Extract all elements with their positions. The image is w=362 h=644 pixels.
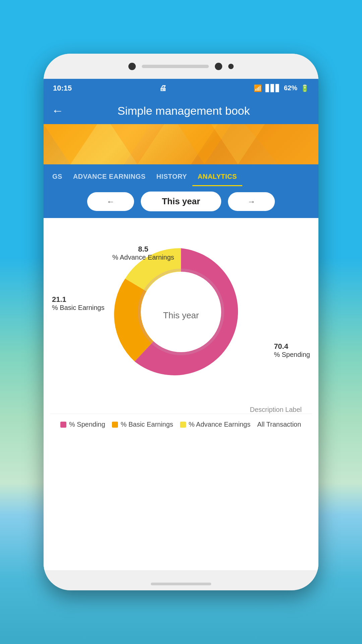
tab-advance-earnings[interactable]: ADVANCE EARNINGS xyxy=(68,168,151,186)
phone-top-bar xyxy=(44,54,318,79)
status-bar: 10:15 🖨 📶 ▋▋▋ 62% 🔋 xyxy=(44,79,318,97)
period-selector: ← This year → xyxy=(44,186,318,218)
tabs-bar: GS ADVANCE EARNINGS HISTORY ANALYTICS xyxy=(44,164,318,186)
next-arrow-icon: → xyxy=(247,197,255,206)
basic-earnings-value: 21.1 xyxy=(52,295,105,304)
print-icon: 🖨 xyxy=(159,84,167,93)
basic-earnings-text: % Basic Earnings xyxy=(52,304,105,312)
legend-spending-label: % Spending xyxy=(69,421,105,428)
page-title: Simple management book xyxy=(70,104,310,117)
banner-decoration xyxy=(44,124,318,164)
current-period-button[interactable]: This year xyxy=(141,192,221,211)
legend-advance-label: % Advance Earnings xyxy=(189,421,251,428)
legend-basic: % Basic Earnings xyxy=(112,421,173,428)
speaker-grille xyxy=(142,65,209,68)
advance-earnings-text: % Advance Earnings xyxy=(112,254,174,261)
prev-arrow-icon: ← xyxy=(107,197,115,206)
legend-all-label: All Transaction xyxy=(257,421,301,428)
tab-history[interactable]: HISTORY xyxy=(151,168,192,186)
donut-center-label: This year xyxy=(163,310,199,321)
legend-spending-dot xyxy=(60,422,66,428)
description-label: Description Label xyxy=(50,406,312,414)
camera-dot-mid xyxy=(215,63,222,70)
svg-marker-6 xyxy=(245,124,318,164)
spending-value: 70.4 xyxy=(274,342,310,351)
signal-icon: ▋▋▋ xyxy=(265,84,281,92)
legend-all[interactable]: All Transaction xyxy=(257,421,301,428)
status-right: 📶 ▋▋▋ 62% 🔋 xyxy=(254,84,309,92)
legend-advance: % Advance Earnings xyxy=(180,421,251,428)
screen: 10:15 🖨 📶 ▋▋▋ 62% 🔋 ← Simple management … xyxy=(44,79,318,570)
camera-dot-left xyxy=(128,63,136,70)
legend-advance-dot xyxy=(180,422,186,428)
battery-icon: 🔋 xyxy=(301,84,309,92)
battery-level: 62% xyxy=(284,84,297,92)
camera-dot-right xyxy=(228,64,234,69)
back-button[interactable]: ← xyxy=(52,104,64,118)
tab-analytics[interactable]: ANALYTICS xyxy=(192,168,242,186)
legend: % Spending % Basic Earnings % Advance Ea… xyxy=(50,414,312,435)
spending-chart-label: 70.4 % Spending xyxy=(274,342,310,359)
basic-earnings-chart-label: 21.1 % Basic Earnings xyxy=(52,295,105,312)
legend-basic-dot xyxy=(112,422,118,428)
banner xyxy=(44,124,318,164)
time-display: 10:15 xyxy=(53,84,72,93)
advance-earnings-value: 8.5 xyxy=(112,245,174,254)
prev-period-button[interactable]: ← xyxy=(87,192,134,211)
donut-chart-container: This year 8.5 % Advance Earnings 21.1 % … xyxy=(50,228,312,402)
next-period-button[interactable]: → xyxy=(228,192,275,211)
tab-gs[interactable]: GS xyxy=(47,168,68,186)
wifi-icon: 📶 xyxy=(254,84,262,92)
phone-frame: 10:15 🖨 📶 ▋▋▋ 62% 🔋 ← Simple management … xyxy=(44,54,318,590)
legend-spending: % Spending xyxy=(60,421,105,428)
spending-text: % Spending xyxy=(274,351,310,359)
advance-earnings-chart-label: 8.5 % Advance Earnings xyxy=(112,245,174,261)
legend-basic-label: % Basic Earnings xyxy=(121,421,173,428)
home-indicator xyxy=(151,583,211,585)
top-nav: ← Simple management book xyxy=(44,97,318,124)
chart-area: This year 8.5 % Advance Earnings 21.1 % … xyxy=(44,218,318,442)
